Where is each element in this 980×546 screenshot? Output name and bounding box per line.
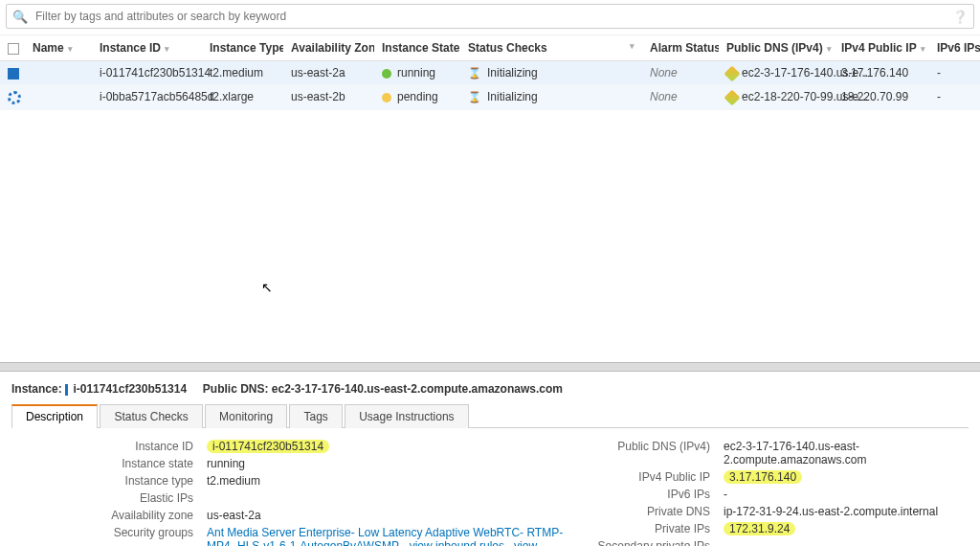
- cell-public-ip: 3.17.176.140: [834, 61, 929, 85]
- filter-input[interactable]: [33, 9, 947, 24]
- table-row[interactable]: i-0bba5717acb56485d t2.xlarge us-east-2b…: [0, 85, 980, 110]
- column-header-az[interactable]: Availability Zone▾: [283, 35, 374, 61]
- cell-name: [25, 85, 92, 110]
- cell-alarm[interactable]: None: [642, 85, 719, 110]
- cell-az: us-east-2a: [283, 61, 374, 85]
- cell-instance-type: t2.xlarge: [202, 85, 283, 110]
- column-header-name[interactable]: Name▾: [25, 35, 92, 61]
- cell-state: running: [374, 61, 460, 85]
- column-header-state[interactable]: Instance State▾: [374, 35, 460, 61]
- cell-public-dns: ec2-18-220-70-99.us-e...: [719, 85, 834, 110]
- state-dot-icon: [382, 93, 391, 102]
- cell-instance-type: t2.medium: [202, 61, 283, 85]
- state-dot-icon: [382, 69, 391, 79]
- help-icon[interactable]: ❔: [952, 10, 968, 24]
- filter-bar[interactable]: 🔍 ❔: [6, 4, 974, 29]
- search-icon: 🔍: [12, 10, 28, 24]
- cell-status: ⌛Initializing: [460, 61, 642, 85]
- table-row[interactable]: i-011741cf230b51314 t2.medium us-east-2a…: [0, 61, 980, 85]
- cell-alarm[interactable]: None: [642, 61, 719, 85]
- cell-instance-id: i-011741cf230b51314: [92, 61, 202, 85]
- instances-table: Name▾ Instance ID▾ Instance Type▾ Availa…: [0, 34, 980, 110]
- column-header-ipv6[interactable]: IPv6 IPs: [929, 35, 980, 61]
- hourglass-icon: ⌛: [468, 67, 481, 79]
- row-select-icon[interactable]: [0, 85, 25, 110]
- dns-icon: [724, 65, 741, 81]
- column-header-public-dns[interactable]: Public DNS (IPv4)▾: [719, 35, 834, 61]
- cell-state: pending: [374, 85, 460, 110]
- column-header-alarm[interactable]: Alarm Status: [642, 35, 719, 61]
- cell-az: us-east-2b: [283, 85, 374, 110]
- table-header-row: Name▾ Instance ID▾ Instance Type▾ Availa…: [0, 35, 980, 61]
- dns-icon: [724, 90, 741, 106]
- cell-status: ⌛Initializing: [460, 85, 642, 110]
- column-header-status-checks[interactable]: Status Checks▾: [460, 35, 642, 61]
- column-header-public-ip[interactable]: IPv4 Public IP▾: [834, 35, 929, 61]
- column-header-instance-id[interactable]: Instance ID▾: [92, 35, 202, 61]
- cell-ipv6: -: [929, 85, 980, 110]
- cell-public-dns: ec2-3-17-176-140.us-e...: [719, 61, 834, 85]
- column-header-checkbox[interactable]: [0, 35, 25, 61]
- column-header-instance-type[interactable]: Instance Type▾: [202, 35, 283, 61]
- cell-ipv6: -: [929, 61, 980, 85]
- spinner-icon: [8, 91, 21, 104]
- cell-public-ip: 18.220.70.99: [834, 85, 929, 110]
- row-select-icon[interactable]: [0, 61, 25, 85]
- cell-name: [25, 61, 92, 85]
- hourglass-icon: ⌛: [468, 91, 481, 102]
- cell-instance-id: i-0bba5717acb56485d: [92, 85, 202, 110]
